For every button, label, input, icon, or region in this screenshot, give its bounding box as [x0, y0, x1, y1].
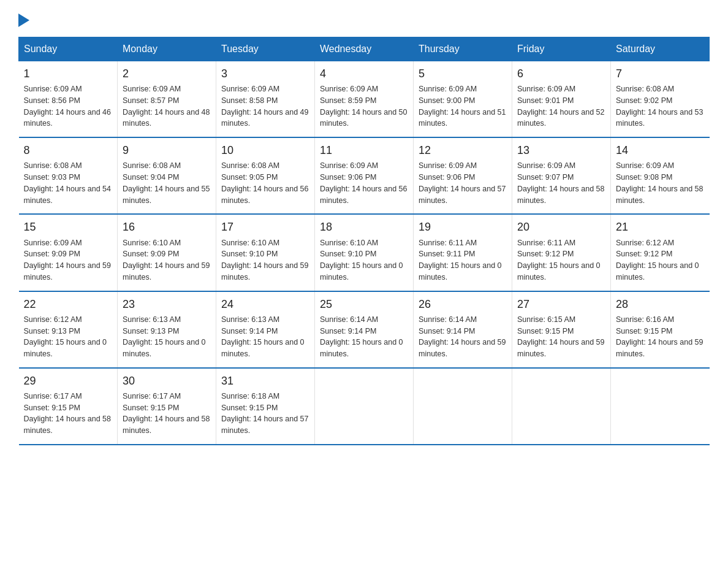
day-info: Sunrise: 6:09 AM Sunset: 9:01 PM Dayligh… — [517, 83, 605, 129]
day-info: Sunrise: 6:09 AM Sunset: 8:56 PM Dayligh… — [24, 83, 113, 129]
calendar-body: 1 Sunrise: 6:09 AM Sunset: 8:56 PM Dayli… — [19, 61, 710, 445]
day-number: 31 — [221, 373, 309, 389]
day-info: Sunrise: 6:10 AM Sunset: 9:10 PM Dayligh… — [320, 237, 408, 283]
day-info: Sunrise: 6:12 AM Sunset: 9:13 PM Dayligh… — [24, 314, 113, 360]
calendar-day-cell: 30 Sunrise: 6:17 AM Sunset: 9:15 PM Dayl… — [118, 368, 216, 445]
calendar-day-cell: 22 Sunrise: 6:12 AM Sunset: 9:13 PM Dayl… — [19, 291, 118, 368]
day-info: Sunrise: 6:17 AM Sunset: 9:15 PM Dayligh… — [123, 391, 211, 437]
calendar-day-cell: 12 Sunrise: 6:09 AM Sunset: 9:06 PM Dayl… — [414, 137, 512, 214]
day-info: Sunrise: 6:09 AM Sunset: 9:09 PM Dayligh… — [24, 237, 113, 283]
day-info: Sunrise: 6:18 AM Sunset: 9:15 PM Dayligh… — [221, 391, 309, 437]
calendar-week-row: 15 Sunrise: 6:09 AM Sunset: 9:09 PM Dayl… — [19, 214, 710, 291]
day-number: 15 — [24, 220, 113, 235]
day-info: Sunrise: 6:14 AM Sunset: 9:14 PM Dayligh… — [320, 314, 408, 360]
day-number: 9 — [123, 143, 211, 158]
page-header — [18, 12, 710, 28]
day-number: 7 — [616, 66, 705, 82]
calendar-table: SundayMondayTuesdayWednesdayThursdayFrid… — [18, 37, 710, 445]
day-number: 23 — [123, 297, 211, 312]
day-number: 14 — [616, 143, 705, 158]
header-monday: Monday — [118, 37, 216, 61]
header-wednesday: Wednesday — [315, 37, 414, 61]
svg-marker-0 — [18, 13, 29, 27]
calendar-day-cell: 19 Sunrise: 6:11 AM Sunset: 9:11 PM Dayl… — [414, 214, 512, 291]
day-info: Sunrise: 6:09 AM Sunset: 8:59 PM Dayligh… — [320, 83, 408, 129]
calendar-day-cell: 14 Sunrise: 6:09 AM Sunset: 9:08 PM Dayl… — [611, 137, 710, 214]
calendar-day-cell: 29 Sunrise: 6:17 AM Sunset: 9:15 PM Dayl… — [19, 368, 118, 445]
day-info: Sunrise: 6:08 AM Sunset: 9:02 PM Dayligh… — [616, 83, 705, 129]
day-number: 8 — [24, 143, 113, 158]
day-info: Sunrise: 6:12 AM Sunset: 9:12 PM Dayligh… — [616, 237, 705, 283]
calendar-day-cell: 16 Sunrise: 6:10 AM Sunset: 9:09 PM Dayl… — [118, 214, 216, 291]
day-info: Sunrise: 6:09 AM Sunset: 9:00 PM Dayligh… — [419, 83, 507, 129]
day-number: 20 — [517, 220, 605, 235]
logo-arrow-icon — [18, 13, 29, 29]
day-number: 5 — [419, 66, 507, 82]
day-info: Sunrise: 6:17 AM Sunset: 9:15 PM Dayligh… — [24, 391, 113, 437]
calendar-day-cell: 9 Sunrise: 6:08 AM Sunset: 9:04 PM Dayli… — [118, 137, 216, 214]
calendar-day-cell — [512, 368, 611, 445]
calendar-day-cell — [414, 368, 512, 445]
day-info: Sunrise: 6:08 AM Sunset: 9:04 PM Dayligh… — [123, 160, 211, 206]
calendar-day-cell: 10 Sunrise: 6:08 AM Sunset: 9:05 PM Dayl… — [216, 137, 315, 214]
day-number: 10 — [221, 143, 309, 158]
header-friday: Friday — [512, 37, 611, 61]
day-number: 4 — [320, 66, 408, 82]
day-number: 12 — [419, 143, 507, 158]
day-number: 11 — [320, 143, 408, 158]
calendar-header: SundayMondayTuesdayWednesdayThursdayFrid… — [19, 37, 710, 61]
calendar-day-cell: 28 Sunrise: 6:16 AM Sunset: 9:15 PM Dayl… — [611, 291, 710, 368]
calendar-day-cell: 17 Sunrise: 6:10 AM Sunset: 9:10 PM Dayl… — [216, 214, 315, 291]
day-number: 26 — [419, 297, 507, 312]
calendar-week-row: 1 Sunrise: 6:09 AM Sunset: 8:56 PM Dayli… — [19, 61, 710, 138]
calendar-week-row: 29 Sunrise: 6:17 AM Sunset: 9:15 PM Dayl… — [19, 368, 710, 445]
calendar-day-cell: 11 Sunrise: 6:09 AM Sunset: 9:06 PM Dayl… — [315, 137, 414, 214]
day-number: 29 — [24, 373, 113, 389]
calendar-day-cell: 26 Sunrise: 6:14 AM Sunset: 9:14 PM Dayl… — [414, 291, 512, 368]
day-number: 13 — [517, 143, 605, 158]
day-info: Sunrise: 6:10 AM Sunset: 9:10 PM Dayligh… — [221, 237, 309, 283]
day-number: 18 — [320, 220, 408, 235]
day-number: 3 — [221, 66, 309, 82]
day-info: Sunrise: 6:09 AM Sunset: 8:58 PM Dayligh… — [221, 83, 309, 129]
calendar-day-cell: 27 Sunrise: 6:15 AM Sunset: 9:15 PM Dayl… — [512, 291, 611, 368]
day-number: 21 — [616, 220, 705, 235]
calendar-day-cell: 31 Sunrise: 6:18 AM Sunset: 9:15 PM Dayl… — [216, 368, 315, 445]
day-info: Sunrise: 6:08 AM Sunset: 9:05 PM Dayligh… — [221, 160, 309, 206]
day-number: 1 — [24, 66, 113, 82]
days-of-week-row: SundayMondayTuesdayWednesdayThursdayFrid… — [19, 37, 710, 61]
day-info: Sunrise: 6:09 AM Sunset: 8:57 PM Dayligh… — [123, 83, 211, 129]
day-info: Sunrise: 6:10 AM Sunset: 9:09 PM Dayligh… — [123, 237, 211, 283]
day-info: Sunrise: 6:13 AM Sunset: 9:13 PM Dayligh… — [123, 314, 211, 360]
header-sunday: Sunday — [19, 37, 118, 61]
calendar-day-cell: 1 Sunrise: 6:09 AM Sunset: 8:56 PM Dayli… — [19, 61, 118, 138]
day-number: 30 — [123, 373, 211, 389]
calendar-day-cell: 3 Sunrise: 6:09 AM Sunset: 8:58 PM Dayli… — [216, 61, 315, 138]
day-info: Sunrise: 6:15 AM Sunset: 9:15 PM Dayligh… — [517, 314, 605, 360]
day-info: Sunrise: 6:14 AM Sunset: 9:14 PM Dayligh… — [419, 314, 507, 360]
day-info: Sunrise: 6:13 AM Sunset: 9:14 PM Dayligh… — [221, 314, 309, 360]
calendar-day-cell: 7 Sunrise: 6:08 AM Sunset: 9:02 PM Dayli… — [611, 61, 710, 138]
day-number: 19 — [419, 220, 507, 235]
day-number: 16 — [123, 220, 211, 235]
day-number: 17 — [221, 220, 309, 235]
calendar-day-cell: 8 Sunrise: 6:08 AM Sunset: 9:03 PM Dayli… — [19, 137, 118, 214]
day-info: Sunrise: 6:09 AM Sunset: 9:07 PM Dayligh… — [517, 160, 605, 206]
header-tuesday: Tuesday — [216, 37, 315, 61]
day-number: 28 — [616, 297, 705, 312]
calendar-day-cell: 6 Sunrise: 6:09 AM Sunset: 9:01 PM Dayli… — [512, 61, 611, 138]
day-info: Sunrise: 6:08 AM Sunset: 9:03 PM Dayligh… — [24, 160, 113, 206]
day-info: Sunrise: 6:16 AM Sunset: 9:15 PM Dayligh… — [616, 314, 705, 360]
header-thursday: Thursday — [414, 37, 512, 61]
day-info: Sunrise: 6:11 AM Sunset: 9:12 PM Dayligh… — [517, 237, 605, 283]
day-number: 6 — [517, 66, 605, 82]
day-info: Sunrise: 6:11 AM Sunset: 9:11 PM Dayligh… — [419, 237, 507, 283]
calendar-day-cell — [315, 368, 414, 445]
calendar-day-cell: 24 Sunrise: 6:13 AM Sunset: 9:14 PM Dayl… — [216, 291, 315, 368]
calendar-week-row: 22 Sunrise: 6:12 AM Sunset: 9:13 PM Dayl… — [19, 291, 710, 368]
calendar-day-cell: 13 Sunrise: 6:09 AM Sunset: 9:07 PM Dayl… — [512, 137, 611, 214]
day-number: 25 — [320, 297, 408, 312]
calendar-day-cell: 2 Sunrise: 6:09 AM Sunset: 8:57 PM Dayli… — [118, 61, 216, 138]
day-info: Sunrise: 6:09 AM Sunset: 9:06 PM Dayligh… — [320, 160, 408, 206]
calendar-day-cell: 21 Sunrise: 6:12 AM Sunset: 9:12 PM Dayl… — [611, 214, 710, 291]
